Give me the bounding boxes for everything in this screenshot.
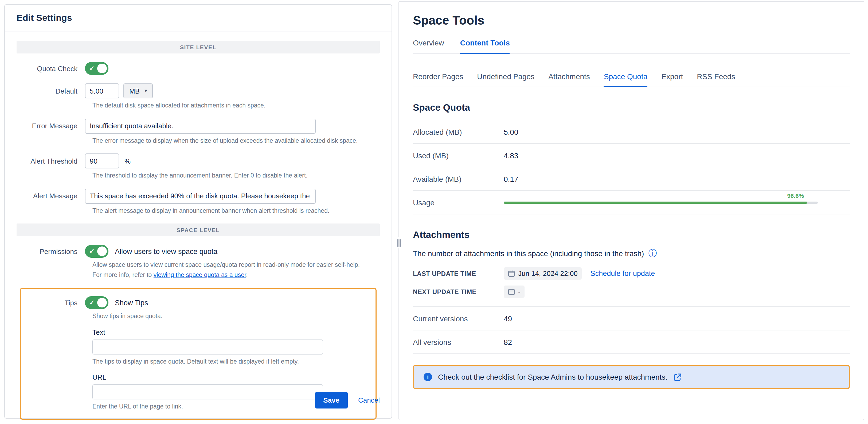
alert-threshold-help-text: The threshold to display the announcemen… bbox=[92, 172, 380, 180]
tips-text-field-group: Text The tips to display in space quota.… bbox=[92, 328, 375, 366]
subtab-space-quota[interactable]: Space Quota bbox=[604, 72, 647, 87]
tips-help-text: Show tips in space quota. bbox=[92, 312, 375, 320]
error-message-label: Error Message bbox=[17, 122, 85, 130]
current-versions-value: 49 bbox=[504, 314, 512, 323]
error-message-help-text: The error message to display when the si… bbox=[92, 137, 380, 145]
subtab-attachments[interactable]: Attachments bbox=[548, 72, 590, 87]
save-button[interactable]: Save bbox=[315, 392, 347, 408]
usage-label: Usage bbox=[413, 198, 504, 207]
check-icon: ✓ bbox=[89, 299, 95, 306]
usage-progress-track bbox=[504, 201, 818, 203]
attachments-description-text: The number of attachments in this space … bbox=[413, 249, 644, 258]
tab-content-tools[interactable]: Content Tools bbox=[460, 38, 510, 53]
permissions-group: Permissions ✓ Allow users to view space … bbox=[17, 245, 380, 279]
space-quota-table: Allocated (MB) 5.00 Used (MB) 4.83 Avail… bbox=[413, 120, 850, 215]
versions-table: Current versions 49 All versions 82 bbox=[413, 306, 850, 354]
info-icon[interactable]: ⓘ bbox=[648, 249, 657, 258]
permissions-label: Permissions bbox=[17, 247, 85, 255]
space-tools-title: Space Tools bbox=[413, 13, 850, 28]
subtab-rss-feeds[interactable]: RSS Feeds bbox=[697, 72, 735, 87]
tips-toggle[interactable]: ✓ bbox=[85, 296, 108, 309]
allocated-value: 5.00 bbox=[504, 128, 518, 136]
permissions-toggle[interactable]: ✓ bbox=[85, 245, 108, 258]
edit-settings-panel: Edit Settings SITE LEVEL Quota Check ✓ D… bbox=[4, 4, 392, 419]
edit-settings-header: Edit Settings bbox=[5, 5, 392, 32]
toggle-knob bbox=[97, 247, 107, 256]
edit-settings-title: Edit Settings bbox=[17, 13, 380, 24]
last-update-row: LAST UPDATE TIME Jun 14, 2024 22:00 Sche… bbox=[413, 267, 850, 280]
check-icon: ✓ bbox=[89, 248, 95, 255]
space-level-section-header: SPACE LEVEL bbox=[17, 224, 380, 236]
space-tools-inner: Space Tools Overview Content Tools Reord… bbox=[399, 2, 864, 389]
used-label: Used (MB) bbox=[413, 151, 504, 160]
available-label: Available (MB) bbox=[413, 175, 504, 183]
table-row: All versions 82 bbox=[413, 331, 850, 354]
default-quota-group: Default MB ▾ The default disk space allo… bbox=[17, 83, 380, 110]
usage-percent-text: 96.6% bbox=[787, 192, 804, 199]
space-quota-heading: Space Quota bbox=[413, 102, 850, 113]
tips-label: Tips bbox=[21, 299, 85, 307]
permissions-help-line2: For more info, refer to viewing the spac… bbox=[92, 271, 380, 279]
screen: Edit Settings SITE LEVEL Quota Check ✓ D… bbox=[0, 0, 868, 424]
alert-threshold-input[interactable] bbox=[85, 153, 119, 168]
default-unit-value: MB bbox=[129, 87, 140, 95]
next-update-chip: - bbox=[504, 285, 525, 298]
quota-check-toggle[interactable]: ✓ bbox=[85, 62, 108, 75]
subtab-undefined-pages[interactable]: Undefined Pages bbox=[477, 72, 534, 87]
table-row: Current versions 49 bbox=[413, 307, 850, 331]
space-tools-panel: Space Tools Overview Content Tools Reord… bbox=[399, 1, 864, 420]
view-space-quota-link[interactable]: viewing the space quota as a user bbox=[154, 271, 246, 278]
panel-resize-handle[interactable] bbox=[396, 237, 401, 248]
housekeep-info-banner: i Check out the checklist for Space Admi… bbox=[413, 365, 850, 389]
edit-settings-body: SITE LEVEL Quota Check ✓ Default MB bbox=[5, 32, 392, 420]
last-update-chip: Jun 14, 2024 22:00 bbox=[504, 267, 582, 280]
toggle-knob bbox=[97, 298, 107, 307]
schedule-for-update-link[interactable]: Schedule for update bbox=[590, 270, 655, 278]
external-link-icon[interactable] bbox=[673, 373, 681, 381]
cancel-button[interactable]: Cancel bbox=[358, 396, 380, 404]
subtab-reorder-pages[interactable]: Reorder Pages bbox=[413, 72, 463, 87]
next-update-label: NEXT UPDATE TIME bbox=[413, 288, 504, 295]
default-label: Default bbox=[17, 87, 85, 95]
usage-row: Usage 96.6% bbox=[413, 191, 850, 215]
permissions-help-line1: Allow space users to view current space … bbox=[92, 261, 380, 269]
banner-text: Check out the checklist for Space Admins… bbox=[438, 373, 668, 381]
default-quota-input[interactable] bbox=[85, 83, 119, 98]
last-update-value: Jun 14, 2024 22:00 bbox=[518, 270, 578, 278]
subtab-export[interactable]: Export bbox=[661, 72, 683, 87]
usage-progress-fill bbox=[504, 201, 807, 203]
default-help-text: The default disk space allocated for att… bbox=[92, 102, 380, 110]
permissions-toggle-text: Allow users to view space quota bbox=[115, 247, 217, 255]
site-level-section-header: SITE LEVEL bbox=[17, 40, 380, 54]
current-versions-label: Current versions bbox=[413, 314, 504, 323]
error-message-group: Error Message The error message to displ… bbox=[17, 118, 380, 145]
alert-threshold-label: Alert Threshold bbox=[17, 157, 85, 165]
all-versions-value: 82 bbox=[504, 338, 512, 346]
used-value: 4.83 bbox=[504, 151, 518, 160]
usage-progress-bar: 96.6% bbox=[504, 201, 818, 203]
alert-message-help-text: The alert message to display in announce… bbox=[92, 207, 380, 215]
tab-overview[interactable]: Overview bbox=[413, 38, 444, 53]
attachments-description: The number of attachments in this space … bbox=[413, 249, 850, 258]
table-row: Used (MB) 4.83 bbox=[413, 144, 850, 167]
default-unit-select[interactable]: MB ▾ bbox=[123, 83, 153, 98]
toggle-knob bbox=[97, 64, 107, 73]
quota-check-group: Quota Check ✓ bbox=[17, 62, 380, 75]
error-message-input[interactable] bbox=[85, 118, 316, 133]
last-update-label: LAST UPDATE TIME bbox=[413, 270, 504, 277]
tips-text-input[interactable] bbox=[92, 339, 323, 354]
all-versions-label: All versions bbox=[413, 338, 504, 346]
alert-threshold-group: Alert Threshold % The threshold to displ… bbox=[17, 153, 380, 180]
alert-message-label: Alert Message bbox=[17, 192, 85, 200]
alert-message-group: Alert Message The alert message to displ… bbox=[17, 189, 380, 215]
calendar-icon bbox=[508, 288, 515, 295]
alert-message-input[interactable] bbox=[85, 189, 316, 203]
space-tools-tabs: Overview Content Tools bbox=[413, 38, 850, 54]
info-filled-icon: i bbox=[424, 373, 432, 381]
tips-url-label: URL bbox=[92, 373, 375, 381]
calendar-icon bbox=[508, 270, 515, 277]
permissions-help-suffix: . bbox=[246, 271, 248, 278]
check-icon: ✓ bbox=[89, 65, 95, 72]
tips-text-help: The tips to display in space quota. Defa… bbox=[92, 358, 375, 366]
next-update-value: - bbox=[518, 288, 521, 296]
